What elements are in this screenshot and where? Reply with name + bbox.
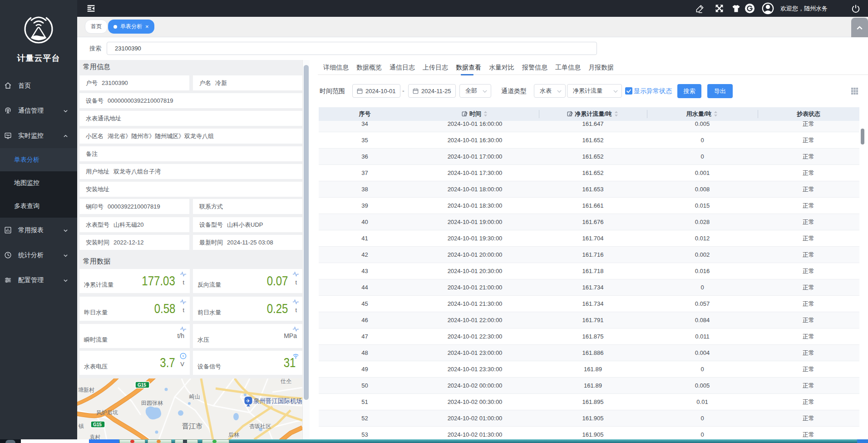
svg-text:晋江市: 晋江市 — [182, 422, 202, 430]
svg-text:仕仝: 仕仝 — [280, 378, 291, 384]
svg-text:杏坂社区: 杏坂社区 — [249, 423, 271, 429]
svg-text:崎山: 崎山 — [189, 393, 200, 400]
svg-text:✈: ✈ — [246, 398, 250, 403]
svg-text:泉州晋江国际机场: 泉州晋江国际机场 — [253, 398, 302, 404]
svg-text:后林: 后林 — [228, 432, 240, 438]
svg-text:镇: 镇 — [78, 423, 84, 429]
svg-text:G15: G15 — [138, 383, 146, 388]
svg-text:袁村: 袁村 — [89, 434, 100, 439]
svg-text:风炉后坑: 风炉后坑 — [96, 409, 118, 416]
svg-text:G15: G15 — [93, 422, 102, 427]
svg-text:塘新村: 塘新村 — [78, 387, 94, 393]
svg-text:田园张林: 田园张林 — [141, 400, 163, 406]
